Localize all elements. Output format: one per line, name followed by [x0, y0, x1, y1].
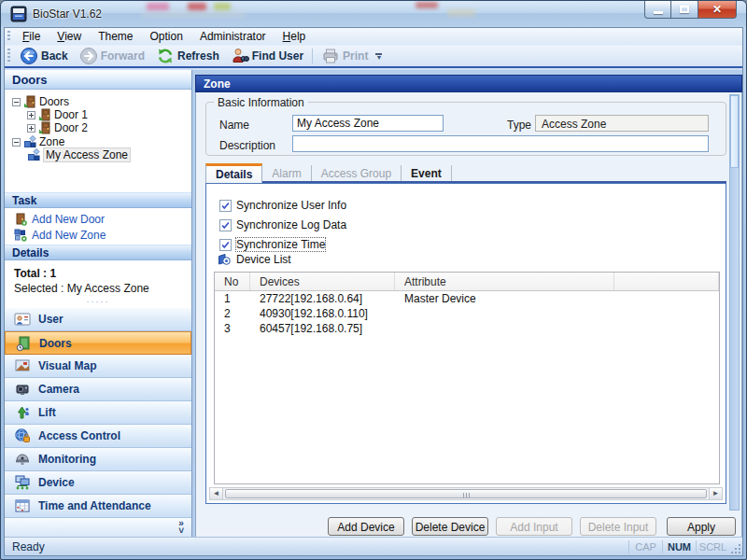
tab-details[interactable]: Details [205, 163, 262, 183]
menu-theme[interactable]: Theme [90, 28, 141, 45]
add-new-zone-link[interactable]: Add New Zone [14, 229, 106, 242]
collapse-icon[interactable] [12, 98, 21, 106]
sidebar-item-access-control[interactable]: Access Control [5, 425, 191, 448]
print-button[interactable]: Print [316, 46, 374, 66]
name-input[interactable] [292, 115, 444, 132]
column-header-no[interactable]: No [215, 273, 250, 290]
tree-label: Doors [39, 95, 69, 108]
tree-item-my-access-zone[interactable]: My Access Zone [27, 148, 131, 161]
close-button[interactable]: ✕ [698, 1, 737, 19]
checkbox-sync-time[interactable] [219, 239, 232, 251]
maximize-button[interactable] [671, 1, 698, 19]
add-device-button[interactable]: Add Device [328, 517, 404, 536]
main-pane: Zone Basic Information Name Type Access … [195, 75, 742, 539]
table-row[interactable]: 1 27722[192.168.0.64] Master Device [215, 291, 719, 306]
cell-no: 1 [215, 291, 250, 306]
description-input[interactable] [292, 135, 709, 152]
scroll-lock-indicator: SCRL [696, 540, 729, 553]
app-icon[interactable] [10, 6, 27, 22]
cell-device: 27722[192.168.0.64] [250, 291, 395, 306]
back-button[interactable]: Back [14, 46, 74, 66]
scrollbar-thumb[interactable] [730, 95, 739, 168]
details-selected: Selected : My Access Zone [14, 282, 149, 295]
menu-administrator[interactable]: Administrator [191, 28, 275, 45]
sidebar-item-label: Camera [38, 383, 79, 396]
sidebar-footer: »˅ [5, 518, 191, 539]
tree-item-door1[interactable]: Door 1 [27, 108, 88, 121]
device-list-title: Device List [236, 253, 291, 266]
tree-item-doors[interactable]: Doors [12, 95, 69, 108]
sidebar-item-monitoring[interactable]: Monitoring [5, 448, 191, 471]
horizontal-scrollbar[interactable]: ◄ ► [209, 487, 723, 500]
glass-reflection [214, 3, 231, 10]
add-input-button[interactable]: Add Input [496, 517, 572, 536]
cell-attribute [395, 321, 614, 336]
sidebar-item-label: Time and Attendance [38, 499, 151, 512]
scrollbar-track[interactable] [223, 488, 709, 499]
sidebar-item-label: Doors [39, 337, 72, 350]
vertical-scrollbar[interactable] [729, 94, 740, 511]
sidebar-item-time-attendance[interactable]: Time and Attendance [5, 495, 191, 518]
menu-help[interactable]: Help [275, 28, 315, 45]
toolbar-overflow-button[interactable]: ▼ [375, 53, 382, 60]
collapse-icon[interactable] [12, 138, 21, 147]
toolbar-separator [312, 49, 313, 63]
refresh-button[interactable]: Refresh [150, 46, 225, 66]
tree-item-door2[interactable]: Door 2 [27, 121, 88, 134]
sidebar-item-doors[interactable]: Doors [5, 331, 191, 355]
resize-grip[interactable] [739, 552, 740, 553]
cell-device: 40930[192.168.0.110] [250, 306, 395, 321]
status-text: Ready [12, 540, 45, 553]
refresh-icon [156, 47, 175, 65]
zone-icon [27, 148, 40, 161]
delete-device-button[interactable]: Delete Device [412, 517, 488, 536]
basic-information-group: Basic Information Name Type Access Zone … [205, 102, 726, 156]
column-header-empty [614, 273, 719, 290]
zone-icon [23, 135, 36, 148]
details-panel: Total : 1 Selected : My Access Zone ····… [5, 261, 191, 308]
checkbox-sync-log-data[interactable] [219, 219, 232, 231]
collapse-panel-button[interactable]: »˅ [178, 520, 184, 535]
time-attendance-icon [14, 497, 31, 514]
forward-button[interactable]: Forward [74, 46, 150, 66]
tab-access-group[interactable]: Access Group [312, 165, 402, 181]
apply-button[interactable]: Apply [667, 517, 736, 536]
menu-option[interactable]: Option [142, 28, 191, 45]
access-control-icon [14, 427, 31, 444]
menu-file[interactable]: File [14, 28, 49, 45]
tab-event[interactable]: Event [402, 165, 452, 181]
scrollbar-thumb[interactable] [225, 489, 707, 498]
column-header-attribute[interactable]: Attribute [395, 273, 614, 290]
expand-icon[interactable] [27, 111, 35, 119]
find-user-button[interactable]: Find User [225, 46, 309, 66]
checkbox-sync-user-info[interactable] [219, 200, 232, 212]
window-title: BioStar V1.62 [33, 7, 102, 21]
glass-reflection [447, 8, 475, 17]
lift-icon [14, 404, 31, 421]
cell-empty [614, 306, 719, 321]
scroll-left-icon[interactable]: ◄ [210, 488, 223, 499]
column-header-devices[interactable]: Devices [250, 273, 395, 290]
sidebar-item-user[interactable]: User [5, 308, 191, 331]
delete-input-button[interactable]: Delete Input [580, 517, 656, 536]
splitter-handle[interactable]: ····· [5, 297, 191, 306]
add-new-door-link[interactable]: Add New Door [14, 213, 105, 226]
tree-item-zone[interactable]: Zone [12, 135, 64, 148]
scroll-right-icon[interactable]: ► [709, 488, 722, 499]
monitoring-icon [14, 451, 31, 468]
sidebar-item-device[interactable]: Device [5, 471, 191, 495]
tab-strip: Details Alarm Access Group Event [205, 163, 726, 183]
sidebar-item-visual-map[interactable]: Visual Map [5, 355, 191, 378]
menu-view[interactable]: View [49, 28, 90, 45]
refresh-label: Refresh [177, 49, 219, 63]
task-panel: Add New Door Add New Zone [5, 209, 191, 245]
minimize-button[interactable] [644, 1, 671, 19]
expand-icon[interactable] [27, 124, 35, 133]
sidebar-panel-title: Doors [5, 70, 191, 90]
sidebar-item-camera[interactable]: Camera [5, 378, 191, 401]
table-row[interactable]: 2 40930[192.168.0.110] [215, 306, 719, 321]
sidebar-item-lift[interactable]: Lift [5, 401, 191, 425]
tab-alarm[interactable]: Alarm [262, 165, 311, 181]
add-new-door-label: Add New Door [32, 213, 105, 226]
table-row[interactable]: 3 60457[192.168.0.75] [215, 321, 719, 336]
